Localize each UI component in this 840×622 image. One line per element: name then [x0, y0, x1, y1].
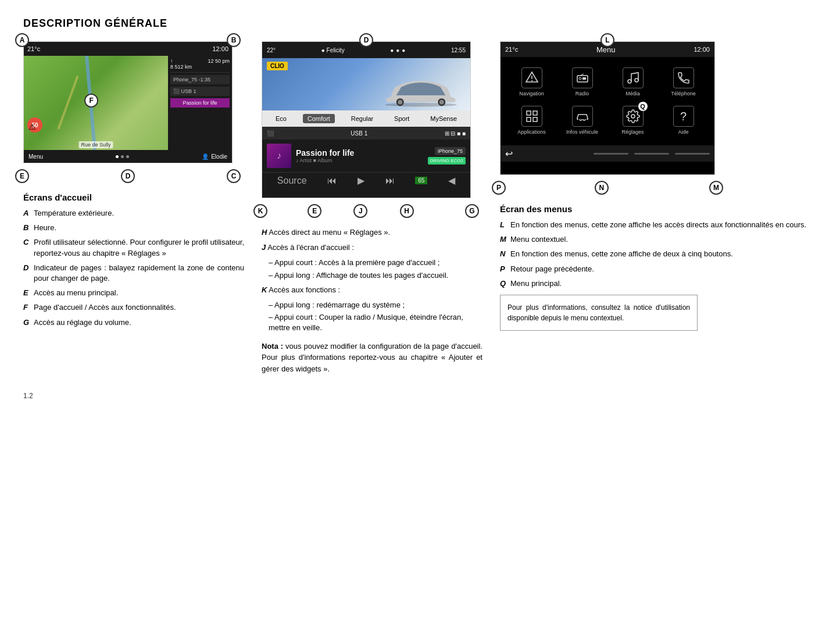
menu-item-help[interactable]: ? Aide [658, 101, 709, 140]
svg-point-9 [635, 78, 638, 82]
j-sub1: – Appui court : Accès à la première page… [269, 258, 482, 268]
menu-item-vehicle[interactable]: Infos véhicule [557, 101, 607, 140]
note-box: Pour plus d'informations, consultez la n… [500, 295, 698, 331]
k-sub2: – Appui court : Couper la radio / Musiqu… [269, 312, 482, 333]
item-key: D [23, 263, 31, 284]
circle-label-h: H [400, 204, 414, 218]
album-label: Album [317, 158, 333, 163]
col3-descriptions: Écran des menus L En fonction des menus,… [500, 204, 817, 331]
drive-mode-comfort[interactable]: Comfort [303, 114, 335, 123]
nav-usb-label: USB 1 [181, 88, 196, 94]
media-usb-right: ⊞ ⊟ ■ ■ [445, 130, 466, 137]
nav-usb: ⬛ USB 1 [170, 87, 230, 96]
bottom-line-1 [594, 153, 628, 155]
svg-point-4 [439, 100, 444, 105]
circle-label-j: J [353, 204, 367, 218]
col3-list: L En fonction des menus, cette zone affi… [500, 220, 817, 289]
circle-label-k: K [253, 204, 267, 218]
warning-icon: ⚠ [28, 122, 36, 131]
iphone-badge: iPhone_75 [435, 147, 466, 155]
menu-item-settings[interactable]: Réglages [607, 101, 658, 140]
source-button[interactable]: Source [277, 176, 307, 186]
media-hero: CLIO [262, 58, 470, 110]
nav-route-info: ↑ 12 50 pm [170, 58, 230, 64]
back-button[interactable]: ◀ [448, 175, 455, 186]
svg-point-14 [631, 115, 635, 118]
nav-content: 50 F Rue de Sully ⚠ ↑ 12 50 pm [24, 56, 232, 150]
player-right: iPhone_75 DRIVING ECO2 [428, 147, 466, 165]
album-art: ♪ [267, 144, 291, 168]
nav-time: 12:00 [212, 45, 228, 52]
media-usb-row: ⬛ USB 1 ⊞ ⊟ ■ ■ [262, 127, 470, 140]
list-item: A Température extérieure. [23, 208, 244, 219]
media-icon [623, 67, 644, 88]
prev-button[interactable]: ⏮ [327, 176, 337, 186]
j-key: J [262, 243, 266, 252]
j-sub2: – Appui long : Affichage de toutes les p… [269, 270, 482, 281]
drive-mode-mysense[interactable]: MySense [426, 114, 462, 123]
nav-km: 8 512 km [170, 64, 230, 70]
item-key: F [23, 302, 31, 313]
media-label: Média [625, 91, 640, 96]
svg-rect-7 [582, 77, 586, 80]
circle-label-b: B [227, 33, 241, 47]
settings-icon [623, 106, 644, 127]
l-key: L [500, 220, 508, 230]
circle-label-p: P [492, 181, 506, 195]
menu-item-applications[interactable]: Applications [506, 101, 557, 140]
menu-item-radio[interactable]: Radio [557, 63, 607, 101]
drive-mode-regular[interactable]: Regular [346, 114, 378, 123]
circle-label-a: A [15, 33, 29, 47]
column-1: A B 21°c 12:00 50 F [23, 41, 244, 332]
col1-descriptions: Écrans d'accueil A Température extérieur… [23, 192, 244, 328]
play-button[interactable]: ▶ [358, 175, 364, 186]
k-text: Accès aux fonctions : [269, 285, 340, 294]
nav-screen-wrapper: A B 21°c 12:00 50 F [23, 41, 233, 175]
desc-k: K Accès aux fonctions : [262, 285, 482, 295]
radio-icon [572, 67, 593, 88]
item-text: Profil utilisateur sélectionné. Pour con… [34, 237, 244, 258]
drive-modes: Eco Comfort Regular Sport MySense [262, 110, 470, 127]
circle-label-m: M [709, 181, 723, 195]
brand-badge: CLIO [267, 62, 288, 70]
circle-label-g: G [465, 204, 479, 218]
menu-item-navigation[interactable]: Navigation [506, 63, 557, 101]
svg-point-8 [628, 80, 631, 83]
user-icon: 👤 [202, 153, 209, 160]
nota-text: vous pouvez modifier la configuration de… [262, 342, 482, 373]
item-text: Température extérieure. [34, 208, 244, 219]
drive-mode-sport[interactable]: Sport [389, 114, 414, 123]
nav-user: 👤 Elodie [202, 153, 227, 160]
item-text: Page d'accueil / Accès aux fonctionnalit… [34, 302, 244, 313]
j-text: Accès à l'écran d'accueil : [267, 243, 354, 252]
p-text: Retour page précédente. [510, 264, 817, 274]
q-key: Q [500, 278, 508, 289]
nav-music: Passion for life [170, 98, 230, 108]
media-screen-wrapper: D 22° ● Felicity ● ● ● 12:55 [262, 41, 471, 210]
nav-menu-label[interactable]: Menu [28, 153, 43, 160]
list-item: N En fonction des menus, cette zone affi… [500, 249, 817, 259]
next-button[interactable]: ⏭ [385, 176, 395, 186]
back-arrow[interactable]: ↩ [505, 148, 513, 159]
nav-route-icon: ↑ [170, 58, 173, 64]
menu-item-media[interactable]: Média [607, 63, 658, 101]
drive-mode-eco[interactable]: Eco [271, 114, 291, 123]
signal-icon: ● [390, 47, 394, 53]
svg-rect-10 [527, 111, 531, 115]
user-name: Elodie [211, 153, 227, 160]
navigation-label: Navigation [519, 91, 544, 96]
desc-j: J Accès à l'écran d'accueil : [262, 242, 482, 253]
nota-label: Nota : [262, 342, 285, 351]
nav-dot-2 [121, 155, 124, 158]
media-player: ♪ Passion for life ♪ Artist ■ Album iPho… [262, 140, 470, 172]
menu-item-phone[interactable]: Téléphone [658, 63, 709, 101]
street-name: Rue de Sully [78, 141, 113, 148]
help-icon: ? [673, 106, 694, 127]
svg-rect-13 [533, 117, 537, 121]
menu-screen-wrapper: L 21°c Menu 12:00 Navigation [500, 41, 715, 187]
bottom-line-3 [675, 153, 710, 155]
nav-map: 50 F Rue de Sully ⚠ [24, 56, 168, 150]
radio-label: Radio [576, 91, 589, 96]
col1-list: A Température extérieure. B Heure. C Pro… [23, 208, 244, 328]
media-felicity: ● Felicity [321, 47, 345, 53]
